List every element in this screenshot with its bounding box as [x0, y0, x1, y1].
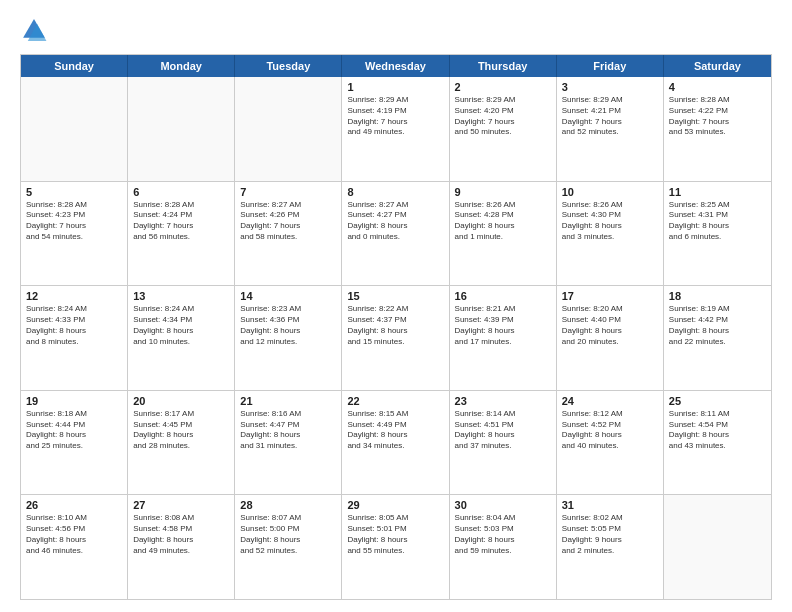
day-detail: Sunrise: 8:07 AM Sunset: 5:00 PM Dayligh… [240, 513, 336, 556]
day-cell-9: 9Sunrise: 8:26 AM Sunset: 4:28 PM Daylig… [450, 182, 557, 286]
day-cell-25: 25Sunrise: 8:11 AM Sunset: 4:54 PM Dayli… [664, 391, 771, 495]
day-number: 30 [455, 499, 551, 511]
calendar-row-2: 5Sunrise: 8:28 AM Sunset: 4:23 PM Daylig… [21, 182, 771, 287]
day-detail: Sunrise: 8:11 AM Sunset: 4:54 PM Dayligh… [669, 409, 766, 452]
day-detail: Sunrise: 8:29 AM Sunset: 4:21 PM Dayligh… [562, 95, 658, 138]
weekday-header-thursday: Thursday [450, 55, 557, 77]
day-number: 28 [240, 499, 336, 511]
weekday-header-tuesday: Tuesday [235, 55, 342, 77]
calendar-row-3: 12Sunrise: 8:24 AM Sunset: 4:33 PM Dayli… [21, 286, 771, 391]
day-detail: Sunrise: 8:18 AM Sunset: 4:44 PM Dayligh… [26, 409, 122, 452]
day-cell-18: 18Sunrise: 8:19 AM Sunset: 4:42 PM Dayli… [664, 286, 771, 390]
day-cell-13: 13Sunrise: 8:24 AM Sunset: 4:34 PM Dayli… [128, 286, 235, 390]
header [20, 16, 772, 44]
day-cell-10: 10Sunrise: 8:26 AM Sunset: 4:30 PM Dayli… [557, 182, 664, 286]
day-detail: Sunrise: 8:04 AM Sunset: 5:03 PM Dayligh… [455, 513, 551, 556]
day-detail: Sunrise: 8:16 AM Sunset: 4:47 PM Dayligh… [240, 409, 336, 452]
day-cell-23: 23Sunrise: 8:14 AM Sunset: 4:51 PM Dayli… [450, 391, 557, 495]
day-detail: Sunrise: 8:14 AM Sunset: 4:51 PM Dayligh… [455, 409, 551, 452]
day-number: 9 [455, 186, 551, 198]
calendar-body: 1Sunrise: 8:29 AM Sunset: 4:19 PM Daylig… [21, 77, 771, 599]
day-cell-29: 29Sunrise: 8:05 AM Sunset: 5:01 PM Dayli… [342, 495, 449, 599]
day-cell-17: 17Sunrise: 8:20 AM Sunset: 4:40 PM Dayli… [557, 286, 664, 390]
day-detail: Sunrise: 8:20 AM Sunset: 4:40 PM Dayligh… [562, 304, 658, 347]
day-cell-21: 21Sunrise: 8:16 AM Sunset: 4:47 PM Dayli… [235, 391, 342, 495]
day-number: 7 [240, 186, 336, 198]
day-detail: Sunrise: 8:24 AM Sunset: 4:33 PM Dayligh… [26, 304, 122, 347]
day-cell-11: 11Sunrise: 8:25 AM Sunset: 4:31 PM Dayli… [664, 182, 771, 286]
day-number: 24 [562, 395, 658, 407]
empty-cell-r4c6 [664, 495, 771, 599]
day-detail: Sunrise: 8:29 AM Sunset: 4:20 PM Dayligh… [455, 95, 551, 138]
day-detail: Sunrise: 8:26 AM Sunset: 4:30 PM Dayligh… [562, 200, 658, 243]
day-cell-19: 19Sunrise: 8:18 AM Sunset: 4:44 PM Dayli… [21, 391, 128, 495]
day-number: 18 [669, 290, 766, 302]
calendar-row-5: 26Sunrise: 8:10 AM Sunset: 4:56 PM Dayli… [21, 495, 771, 599]
day-cell-15: 15Sunrise: 8:22 AM Sunset: 4:37 PM Dayli… [342, 286, 449, 390]
day-number: 21 [240, 395, 336, 407]
day-number: 6 [133, 186, 229, 198]
day-number: 19 [26, 395, 122, 407]
day-cell-24: 24Sunrise: 8:12 AM Sunset: 4:52 PM Dayli… [557, 391, 664, 495]
day-cell-22: 22Sunrise: 8:15 AM Sunset: 4:49 PM Dayli… [342, 391, 449, 495]
weekday-header-monday: Monday [128, 55, 235, 77]
day-cell-16: 16Sunrise: 8:21 AM Sunset: 4:39 PM Dayli… [450, 286, 557, 390]
day-number: 22 [347, 395, 443, 407]
day-cell-14: 14Sunrise: 8:23 AM Sunset: 4:36 PM Dayli… [235, 286, 342, 390]
day-cell-20: 20Sunrise: 8:17 AM Sunset: 4:45 PM Dayli… [128, 391, 235, 495]
day-detail: Sunrise: 8:15 AM Sunset: 4:49 PM Dayligh… [347, 409, 443, 452]
day-detail: Sunrise: 8:08 AM Sunset: 4:58 PM Dayligh… [133, 513, 229, 556]
day-detail: Sunrise: 8:26 AM Sunset: 4:28 PM Dayligh… [455, 200, 551, 243]
calendar-row-4: 19Sunrise: 8:18 AM Sunset: 4:44 PM Dayli… [21, 391, 771, 496]
empty-cell-r0c0 [21, 77, 128, 181]
day-cell-3: 3Sunrise: 8:29 AM Sunset: 4:21 PM Daylig… [557, 77, 664, 181]
day-number: 17 [562, 290, 658, 302]
page: SundayMondayTuesdayWednesdayThursdayFrid… [0, 0, 792, 612]
logo-icon [20, 16, 48, 44]
empty-cell-r0c2 [235, 77, 342, 181]
day-detail: Sunrise: 8:22 AM Sunset: 4:37 PM Dayligh… [347, 304, 443, 347]
day-cell-28: 28Sunrise: 8:07 AM Sunset: 5:00 PM Dayli… [235, 495, 342, 599]
day-number: 20 [133, 395, 229, 407]
day-cell-8: 8Sunrise: 8:27 AM Sunset: 4:27 PM Daylig… [342, 182, 449, 286]
day-number: 2 [455, 81, 551, 93]
day-cell-7: 7Sunrise: 8:27 AM Sunset: 4:26 PM Daylig… [235, 182, 342, 286]
weekday-header-wednesday: Wednesday [342, 55, 449, 77]
day-detail: Sunrise: 8:12 AM Sunset: 4:52 PM Dayligh… [562, 409, 658, 452]
weekday-header-friday: Friday [557, 55, 664, 77]
empty-cell-r0c1 [128, 77, 235, 181]
calendar-header: SundayMondayTuesdayWednesdayThursdayFrid… [21, 55, 771, 77]
day-detail: Sunrise: 8:23 AM Sunset: 4:36 PM Dayligh… [240, 304, 336, 347]
day-number: 5 [26, 186, 122, 198]
day-number: 29 [347, 499, 443, 511]
day-number: 3 [562, 81, 658, 93]
day-number: 11 [669, 186, 766, 198]
day-number: 25 [669, 395, 766, 407]
day-cell-12: 12Sunrise: 8:24 AM Sunset: 4:33 PM Dayli… [21, 286, 128, 390]
day-number: 31 [562, 499, 658, 511]
day-number: 4 [669, 81, 766, 93]
day-detail: Sunrise: 8:10 AM Sunset: 4:56 PM Dayligh… [26, 513, 122, 556]
day-number: 1 [347, 81, 443, 93]
day-detail: Sunrise: 8:05 AM Sunset: 5:01 PM Dayligh… [347, 513, 443, 556]
day-number: 26 [26, 499, 122, 511]
day-detail: Sunrise: 8:25 AM Sunset: 4:31 PM Dayligh… [669, 200, 766, 243]
day-number: 8 [347, 186, 443, 198]
day-detail: Sunrise: 8:21 AM Sunset: 4:39 PM Dayligh… [455, 304, 551, 347]
weekday-header-saturday: Saturday [664, 55, 771, 77]
day-number: 16 [455, 290, 551, 302]
day-detail: Sunrise: 8:28 AM Sunset: 4:23 PM Dayligh… [26, 200, 122, 243]
weekday-header-sunday: Sunday [21, 55, 128, 77]
calendar-row-1: 1Sunrise: 8:29 AM Sunset: 4:19 PM Daylig… [21, 77, 771, 182]
day-detail: Sunrise: 8:28 AM Sunset: 4:22 PM Dayligh… [669, 95, 766, 138]
day-number: 15 [347, 290, 443, 302]
day-number: 10 [562, 186, 658, 198]
day-number: 13 [133, 290, 229, 302]
day-number: 27 [133, 499, 229, 511]
day-cell-1: 1Sunrise: 8:29 AM Sunset: 4:19 PM Daylig… [342, 77, 449, 181]
day-detail: Sunrise: 8:29 AM Sunset: 4:19 PM Dayligh… [347, 95, 443, 138]
day-detail: Sunrise: 8:24 AM Sunset: 4:34 PM Dayligh… [133, 304, 229, 347]
day-cell-5: 5Sunrise: 8:28 AM Sunset: 4:23 PM Daylig… [21, 182, 128, 286]
day-detail: Sunrise: 8:17 AM Sunset: 4:45 PM Dayligh… [133, 409, 229, 452]
calendar: SundayMondayTuesdayWednesdayThursdayFrid… [20, 54, 772, 600]
